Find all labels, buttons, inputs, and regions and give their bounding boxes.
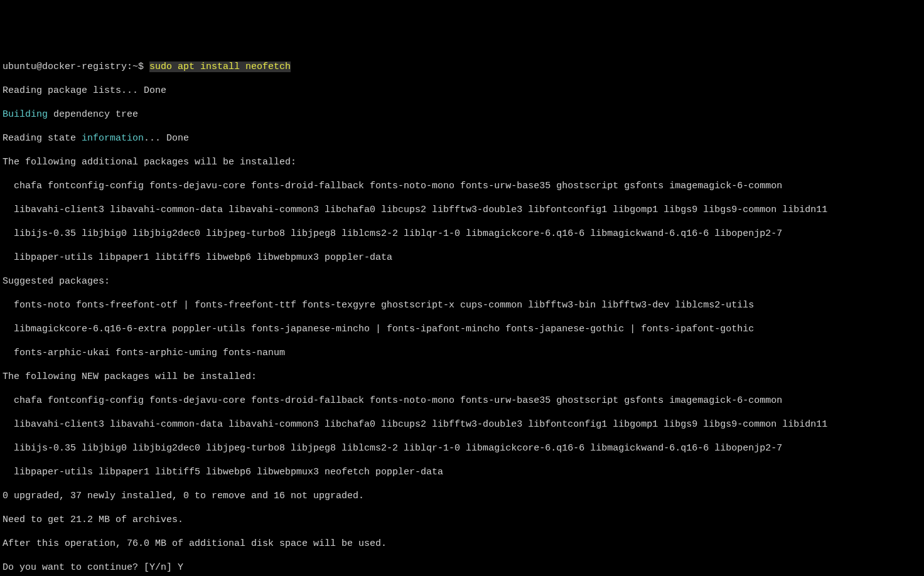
output-line: libijs-0.35 libjbig0 libjbig2dec0 libjpe… [3,442,921,454]
output-line: Reading package lists... Done [3,85,921,97]
building-rest: dependency tree [48,109,138,120]
output-line: The following additional packages will b… [3,156,921,168]
output-line: libijs-0.35 libjbig0 libjbig2dec0 libjpe… [3,228,921,240]
prompt-command: sudo apt install neofetch [149,61,291,72]
building-word: Building [3,109,48,120]
output-line: Building dependency tree [3,109,921,120]
output-line: fonts-arphic-ukai fonts-arphic-uming fon… [3,347,921,359]
output-line: libavahi-client3 libavahi-common-data li… [3,419,921,430]
output-line: libpaper-utils libpaper1 libtiff5 libweb… [3,252,921,264]
output-line: Need to get 21.2 MB of archives. [3,514,921,526]
prompt-line: ubuntu@docker-registry:~$ sudo apt insta… [3,61,921,73]
output-line: Do you want to continue? [Y/n] Y [3,562,921,573]
output-line: chafa fontconfig-config fonts-dejavu-cor… [3,180,921,192]
output-line: fonts-noto fonts-freefont-otf | fonts-fr… [3,299,921,311]
output-line: Suggested packages: [3,275,921,287]
reading-state-info: information [82,133,144,144]
output-line: Reading state information... Done [3,132,921,144]
output-line: libavahi-client3 libavahi-common-data li… [3,204,921,216]
output-line: libpaper-utils libpaper1 libtiff5 libweb… [3,466,921,478]
output-line: The following NEW packages will be insta… [3,371,921,383]
output-line: chafa fontconfig-config fonts-dejavu-cor… [3,395,921,407]
prompt-user-host: ubuntu@docker-registry:~$ [3,61,149,72]
output-line: After this operation, 76.0 MB of additio… [3,538,921,550]
output-line: libmagickcore-6.q16-6-extra poppler-util… [3,323,921,335]
reading-state-pre: Reading state [3,133,82,144]
reading-state-post: ... Done [144,133,189,144]
terminal-output[interactable]: ubuntu@docker-registry:~$ sudo apt insta… [0,48,924,576]
output-line: 0 upgraded, 37 newly installed, 0 to rem… [3,490,921,502]
